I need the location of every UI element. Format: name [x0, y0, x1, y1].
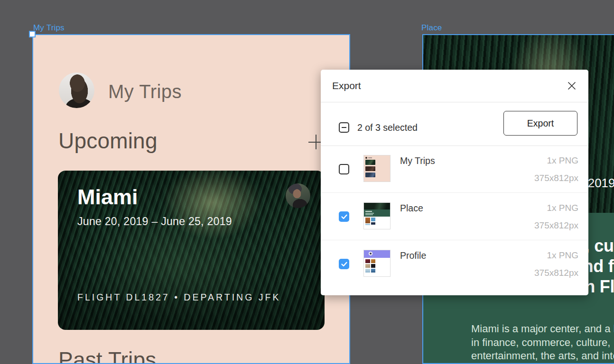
row-checkbox-unchecked[interactable]: [339, 164, 349, 174]
selection-summary: 2 of 3 selected: [357, 122, 418, 133]
thumbnail-place: [363, 202, 391, 229]
place-description: Miami is a major center, and a leader in…: [471, 322, 614, 363]
row-name: Place: [400, 203, 423, 214]
trip-dates: June 20, 2019 – June 25, 2019: [77, 215, 232, 228]
select-all-checkbox[interactable]: [339, 122, 349, 133]
thumbnail-my-trips: [363, 155, 391, 182]
row-format: 1x PNG: [547, 250, 578, 261]
trip-city: Miami: [77, 185, 138, 209]
place-description-line: in finance, commerce, culture,: [471, 336, 614, 350]
export-item-list: My Trips 1x PNG 375x812px: [321, 146, 588, 288]
row-format: 1x PNG: [547, 203, 578, 213]
row-name: My Trips: [400, 155, 435, 166]
thumbnail-profile: [363, 250, 391, 277]
trip-flight-info: FLIGHT DL1827 • DEPARTING JFK: [77, 292, 280, 303]
row-format: 1x PNG: [547, 155, 578, 166]
row-size: 375x812px: [534, 173, 578, 183]
companion-avatar: [286, 183, 310, 208]
upcoming-heading: Upcoming: [58, 128, 158, 154]
close-icon[interactable]: [566, 80, 577, 91]
artboard-label-place[interactable]: Place: [421, 23, 442, 33]
export-row-my-trips[interactable]: My Trips 1x PNG 375x812px: [321, 146, 588, 193]
export-dialog: Export 2 of 3 selected Export M: [321, 70, 588, 295]
row-size: 375x812px: [534, 268, 578, 278]
artboard-label-my-trips[interactable]: My Trips: [33, 23, 65, 33]
row-size: 375x812px: [534, 220, 578, 231]
figma-canvas: My Trips Place My Trips Upcoming Miami J…: [0, 0, 614, 364]
row-checkbox-checked[interactable]: [339, 211, 349, 222]
selection-handle[interactable]: [29, 31, 36, 37]
row-checkbox-checked[interactable]: [339, 259, 349, 269]
export-button[interactable]: Export: [503, 111, 577, 136]
export-row-profile[interactable]: Profile 1x PNG 375x812px: [321, 240, 588, 288]
export-dialog-title: Export: [332, 80, 361, 91]
place-description-line: entertainment, the arts, and internation…: [471, 349, 614, 363]
export-dialog-header: Export: [321, 70, 588, 102]
row-name: Profile: [400, 250, 426, 261]
user-avatar: [59, 73, 94, 108]
past-trips-heading: Past Trips: [58, 347, 157, 364]
divider: [321, 102, 588, 102]
export-row-place[interactable]: Place 1x PNG 375x812px: [321, 193, 588, 240]
my-trips-screen-title: My Trips: [108, 81, 182, 102]
place-description-line: Miami is a major center, and a leader: [471, 322, 614, 336]
artboard-my-trips[interactable]: My Trips Upcoming Miami June 20, 2019 – …: [32, 34, 350, 364]
trip-card-miami: Miami June 20, 2019 – June 25, 2019 FLIG…: [58, 171, 325, 330]
